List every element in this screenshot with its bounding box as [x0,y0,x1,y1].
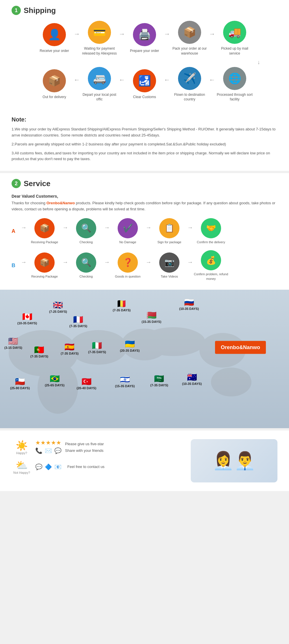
svc-a-icon-3: 📋 [159,218,179,238]
flag-us: 🇺🇸 (3-15 DAYS) [4,337,22,349]
svc-b-label-1: Checking [79,274,93,279]
flag-cl: 🇨🇱 (25-90 DAYS) [10,378,30,390]
share-icons: 📞 ✉️ 💬 [35,447,62,454]
flag-il-days: (15-35 DAYS) [115,384,135,388]
flag-uk: 🇬🇧 (7-25 DAYS) [49,301,67,313]
prepare-label: Prepare your order [130,48,159,53]
out-delivery-icon: 📦 [43,69,66,92]
service-row-a: A → 📦 Receiving Package → 🔍 Checking → ✔… [12,218,277,244]
flag-ru: 🇷🇺 (10-35 DAYS) [179,298,199,310]
svc-b-icon-4: 💰 [201,250,221,270]
service-section: 2 Service Dear Valued Customers, Thanks … [0,171,289,290]
svc-b-icon-0: 📦 [34,252,55,273]
down-arrow: ↓ [12,59,277,65]
flag-ru-emoji: 🇷🇺 [184,298,194,306]
arrow-3: → [164,30,170,46]
flag-fr-emoji: 🇫🇷 [73,316,83,324]
s-arrow-a-2: → [104,224,110,238]
map-section: Orenbo&Nanwo 🇬🇧 (7-25 DAYS) 🇧🇪 (7-35 DAY… [0,290,289,428]
payment-icon: 💳 [88,21,111,44]
shipping-title: 1 Shipping [12,6,277,15]
cs-image: 👩‍💼👨‍💼 [191,439,277,482]
svg-point-5 [38,362,78,414]
flag-fr: 🇫🇷 (7-35 DAYS) [69,316,87,328]
flag-be-emoji: 🇧🇪 [116,300,127,308]
shipping-item-processed: 🌐 Processed through sort facility [216,67,253,102]
svc-a-label-0: Receiving Package [31,240,58,244]
svc-a-item-0: 📦 Receiving Package [27,218,62,244]
payment-label: Waiting for payment released by Aliexpre… [81,46,118,56]
flag-it: 🇮🇹 (7-35 DAYS) [88,342,106,354]
svc-b-item-3: 📷 Take Videos [152,252,187,279]
flag-ua: 🇺🇦 (20-35 DAYS) [120,340,140,352]
svc-a-icon-4: 🤝 [201,218,221,238]
shipping-row-2: 📦 Out for delivery ← 🚐 Depart your local… [12,67,277,102]
svc-a-icon-1: 🔍 [76,218,96,238]
note-1: 1.We ship your order by AliExpress Stand… [12,126,277,138]
service-row-b: B → 📦 Receving Package → 🔍 Checking → ❓ … [12,250,277,281]
flag-es: 🇪🇸 (7-35 DAYS) [61,343,79,355]
shipping-item-1: 💳 Waiting for payment released by Aliexp… [81,21,118,56]
svc-b-item-0: 📦 Receving Package [27,252,62,279]
flag-tr-emoji: 🇹🇷 [81,378,92,386]
flag-il-emoji: 🇮🇱 [120,376,130,384]
cloud-icon: ⛅ [16,459,28,471]
flag-it-emoji: 🇮🇹 [92,342,102,350]
shipping-item-4: 🚚 Picked up by mail service [216,21,253,56]
share-text: Share with your friends [65,448,104,453]
svc-a-item-4: 🤝 Confirm the delivery [194,218,228,244]
pack-label: Pack your order at our warehouse [171,46,208,56]
processed-label: Processed through sort facility [216,92,253,102]
flag-br: 🇧🇷 (25-65 DAYS) [45,375,64,387]
flag-be: 🇧🇪 (7-35 DAYS) [113,300,131,312]
svc-b-label-4: Confirm problem, refund money [194,272,228,281]
svc-a-item-1: 🔍 Checking [69,218,103,244]
flag-be-days: (7-35 DAYS) [113,308,131,312]
star-icons: ★★★★★ [35,439,62,446]
section-num-1: 1 [12,6,21,15]
bottom-right: 👩‍💼👨‍💼 [191,439,277,482]
depart-label: Depart your local post offic [81,92,118,102]
flag-by-days: (15-35 DAYS) [142,320,161,323]
svc-a-item-2: ✔️ No Damage [110,218,145,244]
flag-tr-days: (20-40 DAYS) [77,386,96,390]
flag-au-days: (10-35 DAYS) [182,382,202,385]
flag-ca-days: (10-35 DAYS) [17,321,37,325]
star-text: Please give us five-star [65,442,104,446]
flag-by-emoji: 🇧🇾 [147,311,157,319]
shipping-item-customs: 🛃 Clear Customs [126,69,163,100]
svc-b-icon-1: 🔍 [76,252,96,273]
svc-a-label-3: Sign for package [158,240,181,244]
flag-au: 🇦🇺 (10-35 DAYS) [182,373,202,385]
shipping-section: 1 Shipping 👤 Receive your order → 💳 Wait… [0,0,289,113]
out-delivery-label: Out for delivery [42,95,66,100]
sun-icon: ☀️ [16,440,28,451]
row-a-label: A [12,228,17,234]
brand-box: Orenbo&Nanwo [215,341,266,354]
flag-ca: 🇨🇦 (10-35 DAYS) [17,313,37,325]
s-arrow-b-3: → [146,259,151,273]
flag-pt: 🇵🇹 (7-35 DAYS) [30,346,48,358]
flag-ua-emoji: 🇺🇦 [125,340,135,348]
row-a-start-arrow: → [21,224,27,238]
arrow-2: → [119,30,125,46]
happy-icon-group: ☀️ Happy? [12,440,32,455]
flag-it-days: (7-35 DAYS) [88,350,106,354]
svg-point-3 [142,327,205,356]
s-arrow-a-3: → [146,224,151,238]
flag-sa: 🇸🇦 (7-35 DAYS) [150,375,168,387]
flag-pt-days: (7-35 DAYS) [30,355,48,358]
not-happy-icon-group: ⛅ Not Happy? [12,459,32,474]
flag-ca-emoji: 🇨🇦 [22,313,32,321]
receive-label: Receive your order [40,48,69,53]
s-arrow-a-1: → [62,224,68,238]
note-title: Note: [12,116,277,123]
contact-icons: 💬 🔷 📧 [35,463,62,470]
svc-b-icon-3: 📷 [159,252,179,273]
flown-label: Flown to destination country [171,92,208,102]
world-map-svg [0,290,289,428]
service-title: 2 Service [12,179,277,188]
not-happy-row: ⛅ Not Happy? 💬 🔷 📧 Feel free to contact … [12,459,182,474]
svc-a-icon-2: ✔️ [118,218,138,238]
svc-b-label-2: Goods in question [115,274,141,279]
